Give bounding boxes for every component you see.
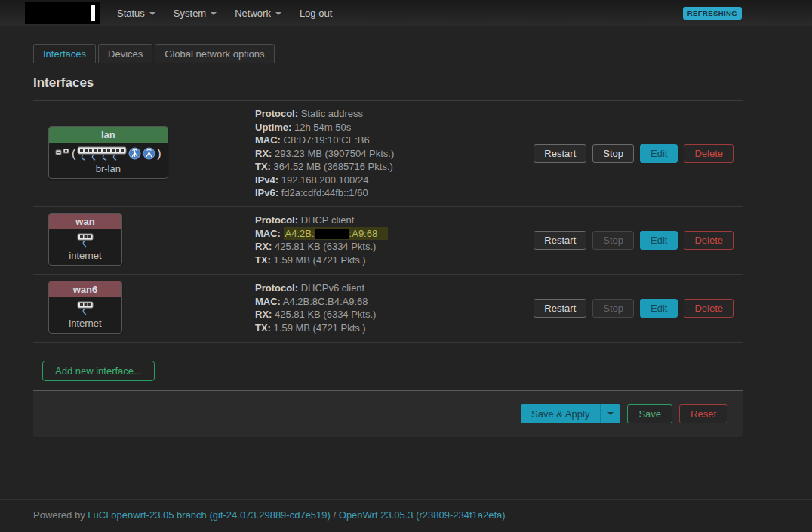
stop-button[interactable]: Stop — [592, 299, 634, 318]
interface-actions: Restart Stop Edit Delete — [534, 299, 743, 318]
tab-global-network-options[interactable]: Global network options — [155, 44, 274, 63]
zone-header: lan — [49, 127, 168, 143]
zone-column: lan ( — [33, 126, 255, 181]
edit-button[interactable]: Edit — [640, 231, 678, 250]
interface-details: Protocol: DHCP client MAC: A4:2B::A9:68 … — [255, 214, 534, 266]
save-button[interactable]: Save — [627, 404, 672, 423]
detail-line: IPv4: 192.168.200.100/24 — [255, 174, 534, 187]
reset-button[interactable]: Reset — [679, 404, 727, 423]
zone-column: wan6 internet — [33, 281, 255, 336]
switch-icon — [77, 146, 127, 161]
stop-button[interactable]: Stop — [592, 231, 634, 250]
device-name: br-lan — [49, 162, 168, 178]
interface-details: Protocol: Static address Uptime: 12h 54m… — [255, 107, 534, 200]
detail-line: RX: 293.23 MB (3907504 Pkts.) — [255, 147, 534, 161]
interface-status-card: wan internet — [48, 213, 122, 266]
page-content: Interfaces Devices Global network option… — [33, 26, 743, 437]
zone-column: wan internet — [33, 213, 255, 268]
bracket-close: ) — [157, 148, 161, 160]
bracket-open: ( — [72, 148, 75, 160]
menu-network[interactable]: Network — [226, 2, 291, 25]
wifi-icon — [128, 147, 141, 160]
stop-button[interactable]: Stop — [592, 144, 634, 163]
save-action-bar: Save & Apply Save Reset — [33, 390, 743, 437]
interface-actions: Restart Stop Edit Delete — [534, 231, 743, 250]
menu-status-label: Status — [117, 8, 145, 19]
save-apply-dropdown-toggle[interactable] — [601, 404, 620, 423]
zone-header: wan6 — [49, 281, 121, 297]
navbar: Status System Network Log out REFRESHING — [0, 0, 812, 26]
ethernet-icon — [75, 301, 95, 316]
zone-header: wan — [49, 214, 121, 229]
restart-button[interactable]: Restart — [534, 144, 586, 163]
ethernet-icon — [75, 233, 95, 248]
detail-line: MAC: A4:2B:8C:B4:A9:68 — [255, 295, 534, 309]
detail-line: MAC: C8:D7:19:10:CE:B6 — [255, 134, 534, 147]
restart-button[interactable]: Restart — [534, 231, 586, 250]
edit-button[interactable]: Edit — [640, 299, 678, 318]
menu-system[interactable]: System — [165, 2, 226, 25]
menu-network-label: Network — [235, 8, 271, 19]
detail-line: TX: 364.52 MB (3685716 Pkts.) — [255, 160, 534, 174]
device-name: internet — [49, 249, 121, 265]
main-menu: Status System Network Log out — [108, 2, 341, 25]
detail-line: IPv6: fd2a:cdfd:44fb::1/60 — [255, 186, 534, 200]
interface-details: Protocol: DHCPv6 client MAC: A4:2B:8C:B4… — [255, 281, 534, 334]
chevron-down-icon — [607, 412, 614, 415]
detail-line: Uptime: 12h 54m 50s — [255, 121, 534, 134]
chevron-down-icon — [149, 12, 155, 15]
detail-line: Protocol: Static address — [255, 107, 534, 121]
footer-separator: / — [334, 509, 337, 521]
save-apply-button[interactable]: Save & Apply — [521, 404, 601, 423]
refreshing-status-badge[interactable]: REFRESHING — [683, 7, 742, 20]
interface-row-lan: lan ( — [33, 101, 743, 207]
detail-line: Protocol: DHCP client — [255, 214, 534, 227]
delete-button[interactable]: Delete — [684, 299, 734, 318]
interface-status-card: lan ( — [48, 126, 168, 179]
tab-interfaces[interactable]: Interfaces — [33, 44, 96, 63]
luci-version-link[interactable]: LuCI openwrt-23.05 branch (git-24.073.29… — [88, 509, 331, 521]
detail-line: RX: 425.81 KB (6334 Pkts.) — [255, 240, 534, 254]
device-name: internet — [49, 317, 121, 333]
detail-line: TX: 1.59 MB (4721 Pkts.) — [255, 254, 534, 267]
menu-system-label: System — [174, 8, 206, 19]
footer: Powered by LuCI openwrt-23.05 branch (gi… — [0, 499, 812, 532]
chevron-down-icon — [211, 12, 217, 15]
menu-logout[interactable]: Log out — [291, 2, 341, 25]
bridge-icon — [55, 149, 70, 159]
openwrt-version-link[interactable]: OpenWrt 23.05.3 (r23809-234f1a2efa) — [339, 509, 506, 521]
detail-line: RX: 425.81 KB (6334 Pkts.) — [255, 308, 534, 321]
restart-button[interactable]: Restart — [534, 299, 586, 318]
powered-by-label: Powered by — [33, 509, 85, 521]
chevron-down-icon — [275, 12, 281, 15]
logo-cursor-bar — [91, 5, 95, 21]
redaction-box — [315, 229, 349, 239]
detail-line: MAC: A4:2B::A9:68 — [255, 227, 534, 241]
add-new-interface-button[interactable]: Add new interface... — [42, 361, 155, 381]
wifi-icon — [143, 147, 155, 160]
detail-line: TX: 1.59 MB (4721 Pkts.) — [255, 321, 534, 335]
interface-row-wan6: wan6 internet Protocol: DHCPv6 client MA… — [33, 275, 743, 343]
page-title: Interfaces — [33, 75, 743, 101]
interface-actions: Restart Stop Edit Delete — [534, 144, 743, 163]
detail-line: Protocol: DHCPv6 client — [255, 281, 534, 295]
interface-status-card: wan6 internet — [48, 281, 122, 334]
tab-devices[interactable]: Devices — [98, 44, 152, 63]
interface-icons — [49, 229, 121, 249]
interface-icons — [49, 297, 121, 317]
save-apply-split-button[interactable]: Save & Apply — [521, 404, 620, 423]
delete-button[interactable]: Delete — [684, 231, 734, 250]
interface-icons: ( — [49, 143, 168, 162]
brand-logo-redacted[interactable] — [25, 2, 100, 24]
interface-row-wan: wan internet Protocol: DHCP client MAC: … — [33, 207, 743, 275]
tab-bar: Interfaces Devices Global network option… — [33, 44, 743, 63]
edit-button[interactable]: Edit — [640, 144, 678, 163]
delete-button[interactable]: Delete — [684, 144, 734, 163]
menu-status[interactable]: Status — [108, 2, 165, 25]
redacted-mac-value: A4:2B::A9:68 — [284, 227, 389, 240]
